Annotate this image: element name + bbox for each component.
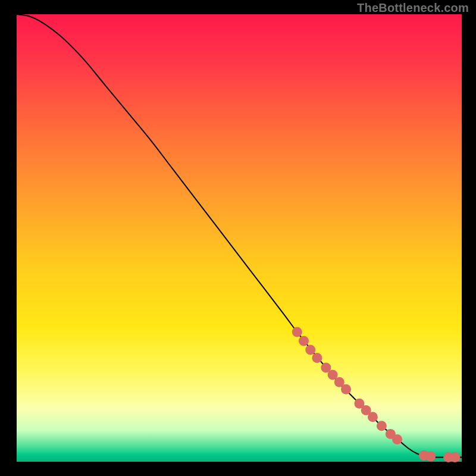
marker-dot [392,434,402,444]
marker-dot [292,327,302,337]
marker-dot [425,451,436,461]
plot-background [17,14,462,462]
marker-dot [299,336,309,346]
marker-dot [368,412,378,422]
marker-dot [377,421,387,431]
chart-canvas [0,0,476,476]
marker-dot [305,345,315,355]
marker-dot [341,384,351,394]
chart-frame: TheBottleneck.com [0,0,476,476]
marker-dot [312,353,322,363]
marker-dot [450,452,460,462]
